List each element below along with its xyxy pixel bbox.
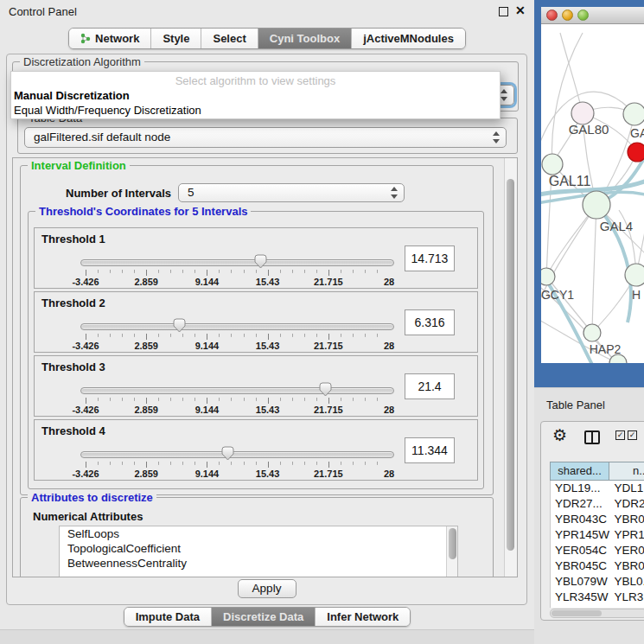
gear-icon[interactable]: ⚙	[552, 425, 567, 445]
table-row[interactable]: YER054CYER0...	[551, 543, 644, 558]
tab-select[interactable]: Select	[201, 29, 257, 48]
slider-thumb[interactable]	[254, 254, 267, 269]
minimize-traffic-light-icon[interactable]	[562, 10, 573, 21]
threshold-3-value[interactable]: 21.4	[405, 373, 455, 399]
table-row[interactable]: YIL052CYIL0...	[551, 605, 644, 608]
node-gal11[interactable]	[542, 154, 563, 175]
dropdown-option-equal-width[interactable]: Equal Width/Frequency Discretization	[11, 104, 500, 117]
table-row[interactable]: YPR145WYPR1...	[551, 527, 644, 543]
table-row[interactable]: YDR27...YDR2...	[551, 496, 644, 512]
cell[interactable]: YER054C	[551, 543, 610, 558]
table-row[interactable]: YDL19...YDL1...	[551, 481, 644, 496]
cell[interactable]: YBL079W	[551, 574, 610, 590]
threshold-2-value[interactable]: 6.316	[405, 309, 455, 335]
settings-scrollbar[interactable]	[504, 158, 517, 577]
cell[interactable]: YDR2...	[610, 496, 644, 512]
numerical-attributes-list[interactable]: SelfLoops TopologicalCoefficient Between…	[59, 526, 458, 577]
dropdown-option-manual[interactable]: Manual Discretization	[11, 89, 500, 102]
tab-style-label: Style	[163, 32, 189, 45]
column-header-shared-name[interactable]: shared...	[550, 462, 609, 481]
cell[interactable]: YDL19...	[551, 481, 610, 496]
node-label-h: H	[632, 288, 641, 302]
slider-track[interactable]	[80, 451, 394, 458]
table-row[interactable]: YBR043CYBR0...	[551, 512, 644, 527]
settings-scrollbar-thumb[interactable]	[507, 179, 514, 551]
node-gal4[interactable]	[583, 191, 610, 219]
close-icon[interactable]: ✕	[515, 3, 526, 17]
network-view-window[interactable]: GAL80 GA GAL11 GAL4 GCY1 H HAP2	[534, 0, 644, 387]
threshold-4-value[interactable]: 11.344	[405, 437, 455, 463]
checkbox-icon[interactable]: ✓	[628, 430, 637, 440]
list-scrollbar[interactable]	[446, 526, 457, 577]
list-item[interactable]: SelfLoops	[60, 526, 457, 541]
threshold-3-slider[interactable]: -3.426 2.859 9.144 15.43 21.715 28	[86, 384, 389, 413]
apply-button[interactable]: Apply	[238, 579, 296, 598]
tick-label: 15.43	[256, 405, 280, 415]
slider-thumb[interactable]	[319, 382, 332, 397]
num-intervals-combobox[interactable]: 5	[178, 183, 405, 202]
tab-jactivemnodules[interactable]: jActiveMNodules	[351, 29, 465, 48]
threshold-1-slider[interactable]: -3.426 2.859 9.144 15.43 21.715 28	[86, 256, 389, 285]
table-horizontal-scrollbar[interactable]	[550, 609, 644, 618]
cell[interactable]: YIL0...	[610, 605, 644, 608]
threshold-1-value[interactable]: 14.713	[405, 245, 455, 271]
tab-network[interactable]: Network	[69, 29, 150, 48]
numerical-attributes-label: Numerical Attributes	[33, 510, 143, 523]
slider-thumb[interactable]	[221, 446, 234, 461]
node-h[interactable]	[625, 264, 644, 286]
cell[interactable]: YER0...	[610, 543, 644, 558]
table-horizontal-scrollbar-thumb[interactable]	[552, 610, 602, 616]
slider-track[interactable]	[80, 323, 394, 330]
cell[interactable]: YBR045C	[551, 558, 610, 574]
thresholds-group-label: Threshold's Coordinates for 5 Intervals	[35, 205, 251, 218]
checkbox-icon[interactable]: ✓	[615, 430, 625, 440]
tab-impute-data[interactable]: Impute Data	[124, 608, 211, 626]
cell[interactable]: YLR3...	[610, 590, 644, 605]
node-gcy1[interactable]	[541, 268, 555, 285]
node-label-ga: GA	[630, 126, 644, 140]
node-label-gal11: GAL11	[549, 174, 591, 188]
node-hap2[interactable]	[583, 324, 601, 341]
column-header-name[interactable]: n...	[609, 462, 644, 481]
bottom-tab-bar: Impute Data Discretize Data Infer Networ…	[0, 607, 534, 627]
slider-track[interactable]	[80, 387, 394, 394]
tab-cyni-toolbox[interactable]: Cyni Toolbox	[258, 29, 351, 48]
slider-thumb[interactable]	[173, 318, 186, 333]
cell[interactable]: YBR0...	[610, 558, 644, 574]
threshold-3-label: Threshold 3	[41, 360, 105, 373]
network-canvas[interactable]: GAL80 GA GAL11 GAL4 GCY1 H HAP2	[541, 24, 644, 363]
slider-track[interactable]	[80, 259, 394, 266]
list-scrollbar-thumb[interactable]	[449, 528, 456, 559]
tab-discretize-data[interactable]: Discretize Data	[211, 608, 315, 626]
columns-icon[interactable]	[584, 430, 600, 444]
tab-network-label: Network	[95, 32, 139, 45]
cell[interactable]: YLR345W	[551, 590, 610, 605]
float-window-icon[interactable]	[499, 7, 508, 16]
list-item[interactable]: BetweennessCentrality	[60, 556, 457, 571]
cell[interactable]: YPR145W	[551, 527, 610, 543]
table-data-combobox[interactable]: galFiltered.sif default node	[24, 127, 507, 148]
cell[interactable]: YBL0...	[610, 574, 644, 590]
tab-infer-network[interactable]: Infer Network	[315, 608, 410, 626]
list-item[interactable]: TopologicalCoefficient	[60, 541, 457, 556]
attributes-group-label: Attributes to discretize	[28, 491, 156, 504]
threshold-4-slider[interactable]: -3.426 2.859 9.144 15.43 21.715 28	[86, 448, 389, 477]
cell[interactable]: YDR27...	[551, 496, 610, 512]
threshold-2-slider[interactable]: -3.426 2.859 9.144 15.43 21.715 28	[86, 320, 389, 349]
close-traffic-light-icon[interactable]	[546, 10, 558, 21]
table-row[interactable]: YBL079WYBL0...	[551, 574, 644, 590]
node-label-hap2: HAP2	[590, 342, 622, 356]
cell[interactable]: YDL1...	[610, 481, 644, 496]
cell[interactable]: YBR043C	[551, 512, 610, 527]
node-ga[interactable]	[623, 103, 644, 125]
node-selected-red[interactable]	[628, 143, 644, 162]
table-row[interactable]: YBR045CYBR0...	[551, 558, 644, 574]
cell[interactable]: YIL052C	[551, 605, 610, 608]
slider-ticks	[86, 334, 389, 340]
zoom-traffic-light-icon[interactable]	[577, 10, 589, 21]
network-window-titlebar[interactable]	[541, 7, 644, 24]
tab-style[interactable]: Style	[150, 29, 201, 48]
table-row[interactable]: YLR345WYLR3...	[551, 590, 644, 605]
cell[interactable]: YPR1...	[610, 527, 644, 543]
cell[interactable]: YBR0...	[610, 512, 644, 527]
